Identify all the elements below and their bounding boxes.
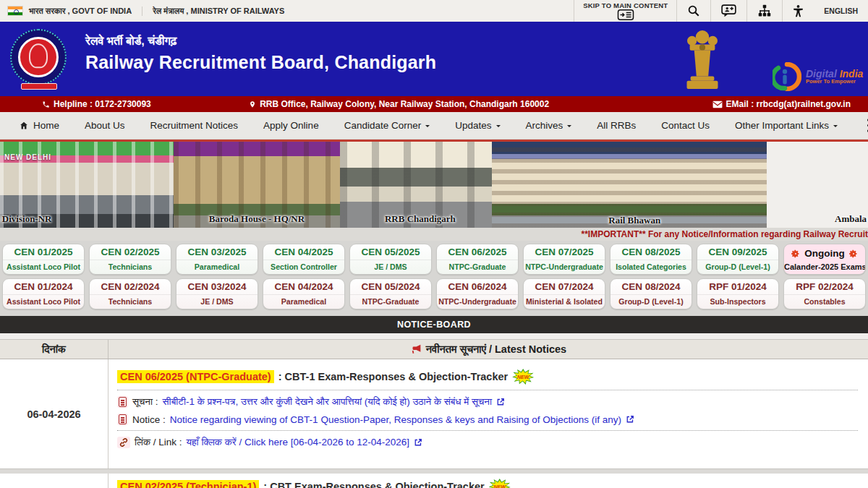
cen-tab[interactable]: CEN 03/2025 Paramedical	[176, 244, 258, 275]
email[interactable]: EMail : rrbcdg(at)railnet.gov.in	[712, 99, 851, 109]
language-selector[interactable]: ENGLISH	[814, 0, 868, 22]
notice-line-prefix: लिंक / Link :	[135, 437, 182, 448]
photo-caption: Ambala D	[835, 213, 868, 225]
sitemap-button[interactable]	[746, 0, 782, 22]
notice-line-prefix: सूचना :	[132, 396, 158, 408]
gallery-photo-rail-bhawan: Rail Bhawan	[492, 142, 767, 228]
notice-title-highlight: CEN 02/2025 (Technician-1)	[117, 480, 259, 488]
date-column-header: दिनांक	[0, 340, 109, 359]
site-title-hindi: रेलवे भर्ती बोर्ड, चंडीगढ़	[85, 35, 436, 48]
nav-item[interactable]: About Us	[85, 120, 125, 131]
cen-tab[interactable]: CEN 09/2025 Group-D (Level-1)	[697, 244, 779, 275]
skip-content-icon	[617, 9, 634, 20]
notice-link[interactable]: यहाँ क्लिक करें / Click here [06-04-2026…	[187, 437, 410, 448]
nav-item[interactable]: Contact Us	[661, 120, 710, 131]
main-navigation: Home About Us Recruitment Notices Apply …	[0, 112, 868, 140]
photo-caption: i Division-NR	[0, 213, 51, 225]
cen-tab[interactable]: CEN 07/2024 Ministerial & Isolated	[523, 278, 605, 309]
notice-title: CEN 02/2025 (Technician-1) : CBT Exam-Re…	[117, 479, 858, 488]
skip-to-main-content-link[interactable]: SKIP TO MAIN CONTENT	[574, 0, 676, 22]
photo-caption: RRB Chandigarh	[385, 213, 456, 225]
email-icon	[712, 100, 723, 108]
notice-date: 06-04-2026	[0, 359, 109, 468]
notice-line: लिंक / Link : यहाँ क्लिक करें / Click he…	[117, 437, 858, 448]
sitemap-icon	[757, 4, 772, 17]
ongoing-calendar-tab[interactable]: Ongoing Calander-2025 Exams	[783, 244, 866, 275]
rrb-logo	[10, 29, 68, 90]
cen-tab[interactable]: CEN 08/2025 Isolated Categories	[610, 244, 692, 275]
notice-link[interactable]: सीबीटी-1 के प्रश्न-पत्र, उत्तर और कुंजी …	[163, 396, 492, 408]
new-badge-icon: NEW	[512, 369, 534, 385]
nav-item[interactable]: Updates	[455, 120, 500, 131]
nav-item[interactable]: All RRBs	[597, 120, 636, 131]
cen-tab[interactable]: CEN 02/2025 Technicians	[89, 244, 171, 275]
cen-tab[interactable]: CEN 03/2024 JE / DMS	[176, 278, 258, 309]
external-link-icon	[626, 415, 634, 424]
accessibility-button[interactable]	[782, 0, 814, 22]
gallery-photo-ambala: Ambala D	[767, 142, 868, 228]
gear-icon	[849, 249, 858, 258]
notice-board-header: NOTICE-BOARD	[0, 316, 868, 333]
national-emblem-icon	[682, 27, 723, 91]
search-button[interactable]	[676, 0, 710, 22]
cen-tab[interactable]: CEN 06/2024 NTPC-Undergraduate	[436, 278, 519, 309]
notice-line-prefix: Notice :	[132, 414, 166, 425]
gear-icon	[791, 249, 800, 258]
notice-link[interactable]: Notice regarding viewing of CBT-1 Questi…	[170, 414, 621, 425]
nav-item[interactable]: Apply Online	[263, 120, 319, 131]
nav-item[interactable]: Other Important Links	[735, 120, 838, 131]
gallery-photo-baroda-house: Baroda House - HQ/NR	[174, 142, 340, 228]
cen-tabs-2024-row: CEN 01/2024 Assistant Loco Pilot CEN 02/…	[2, 278, 866, 309]
govt-of-india-label: भारत सरकार , GOVT OF INDIA	[29, 7, 142, 16]
photo-gallery: NEW DELHI i Division-NR Baroda House - H…	[0, 140, 868, 228]
chevron-down-icon	[425, 125, 430, 129]
hamburger-menu-button[interactable]	[863, 116, 868, 135]
cen-tab[interactable]: CEN 02/2024 Technicians	[89, 278, 171, 309]
cen-tab[interactable]: CEN 08/2024 Group-D (Level-1)	[610, 278, 692, 309]
cen-tab[interactable]: CEN 01/2024 Assistant Loco Pilot	[2, 278, 85, 309]
external-link-icon	[414, 438, 422, 447]
pdf-icon	[117, 396, 128, 408]
ministry-of-railways-label: रेल मंत्रालय , MINISTRY OF RAILWAYS	[142, 7, 284, 16]
accessibility-icon	[793, 4, 804, 18]
gallery-photo-rrb-chandigarh: RRB Chandigarh	[340, 142, 492, 228]
nav-item[interactable]: Archives	[526, 120, 572, 131]
notice-title-highlight: CEN 06/2025 (NTPC-Graduate)	[117, 370, 274, 383]
latest-notices-column-header: नवीनतम सूचनाएं / Latest Notices	[109, 343, 868, 356]
government-topbar: भारत सरकार , GOVT OF INDIA रेल मंत्रालय …	[0, 0, 868, 22]
megaphone-icon	[410, 344, 422, 354]
cen-tab[interactable]: CEN 04/2025 Section Controller	[263, 244, 345, 275]
photo-caption: Baroda House - HQ/NR	[209, 213, 305, 225]
india-flag-icon	[7, 6, 23, 16]
cen-tab[interactable]: RPF 01/2024 Sub-Inspectors	[697, 278, 779, 309]
location-pin-icon	[249, 100, 256, 109]
external-link-icon	[496, 398, 505, 406]
nav-item[interactable]: Recruitment Notices	[150, 120, 239, 131]
feedback-button[interactable]	[710, 0, 746, 22]
cen-tab[interactable]: CEN 07/2025 NTPC-Undergraduate	[523, 244, 605, 275]
nav-item[interactable]: Candidate Corner	[344, 120, 430, 131]
cen-tab[interactable]: RPF 02/2024 Constables	[783, 278, 866, 309]
cen-tab[interactable]: CEN 04/2024 Paramedical	[263, 278, 345, 309]
notice-title: CEN 06/2025 (NTPC-Graduate) : CBT-1 Exam…	[117, 369, 858, 385]
feedback-chat-icon	[721, 4, 736, 17]
notice-line: सूचना : सीबीटी-1 के प्रश्न-पत्र, उत्तर औ…	[117, 396, 858, 408]
rrb-chandigarh-homepage: भारत सरकार , GOVT OF INDIA रेल मंत्रालय …	[0, 0, 868, 488]
search-icon	[687, 4, 700, 17]
helpline: Helpline : 0172-2730093	[42, 99, 151, 109]
cen-tab[interactable]: CEN 05/2024 NTPC-Graduate	[349, 278, 432, 309]
cen-tabs-section: CEN 01/2025 Assistant Loco Pilot CEN 02/…	[0, 241, 868, 311]
notice-line: Notice : Notice regarding viewing of CBT…	[117, 414, 858, 425]
cen-tab[interactable]: CEN 05/2025 JE / DMS	[349, 244, 432, 275]
cen-tab[interactable]: CEN 01/2025 Assistant Loco Pilot	[2, 244, 85, 275]
office-address: RRB Office, Railway Colony, Near Railway…	[249, 99, 614, 109]
nav-item[interactable]: Home	[19, 120, 59, 131]
station-sign: NEW DELHI	[4, 153, 51, 161]
cen-tab[interactable]: CEN 06/2025 NTPC-Graduate	[436, 244, 519, 275]
phone-icon	[42, 100, 50, 108]
notice-row: 06-04-2026 CEN 06/2025 (NTPC-Graduate) :…	[0, 359, 868, 468]
contact-bar: Helpline : 0172-2730093 RRB Office, Rail…	[0, 96, 868, 112]
digital-india-logo: Digital India Power To Empower	[773, 62, 863, 91]
gallery-photo-delhi-division: NEW DELHI i Division-NR	[0, 142, 174, 228]
new-badge-icon: NEW	[489, 479, 511, 488]
